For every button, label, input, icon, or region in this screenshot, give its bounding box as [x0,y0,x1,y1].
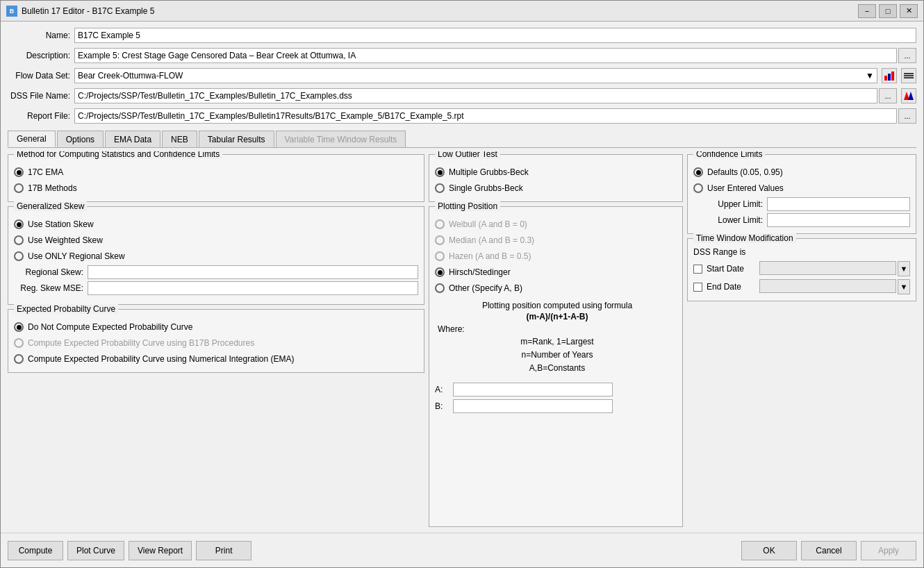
start-date-group: ▼ [759,261,910,276]
description-row: Description: ... [8,47,916,64]
plot-curve-button[interactable]: Plot Curve [67,541,124,560]
svg-rect-0 [884,76,887,81]
expected-probability-group: Expected Probabilty Curve Do Not Compute… [8,309,424,373]
b-field-row: B: [435,399,677,413]
bottom-bar: Compute Plot Curve View Report Print OK … [1,533,923,567]
radio-compute-numerical-row: Compute Expected Probability Curve using… [14,352,418,366]
tab-variable-time-window: Variable Time Window Results [276,131,406,147]
name-input[interactable] [74,28,916,43]
radio-use-station-skew[interactable] [14,219,24,229]
end-date-checkbox[interactable] [693,283,702,292]
radio-hirsch-stedinger-row: Hirsch/Stedinger [435,265,677,279]
dss-file-input[interactable] [74,88,877,103]
report-file-row: Report File: ... [8,108,916,124]
window-controls: − □ ✕ [858,4,918,18]
time-window-content: DSS Range is Start Date ▼ End Date [693,243,910,294]
radio-user-entered-row: User Entered Values [693,181,910,195]
radio-use-station-skew-label: Use Station Skew [28,219,94,229]
radio-other[interactable] [435,283,445,293]
dss-file-group: ... [74,88,897,103]
radio-17c-ema[interactable] [14,167,24,177]
radio-17c-ema-row: 17C EMA [14,165,418,179]
radio-use-weighted-skew[interactable] [14,235,24,245]
regional-skew-input[interactable] [88,265,418,279]
plotting-position-content: Weibull (A and B = 0) Median (A and B = … [435,211,677,413]
maximize-button[interactable]: □ [879,4,897,18]
compute-button[interactable]: Compute [8,541,63,560]
radio-single-grubbs-beck[interactable] [435,183,445,193]
app-icon: B [6,6,17,17]
radio-defaults-label: Defaults (0.05, 0.95) [707,167,783,177]
radio-weibull [435,219,445,229]
radio-hirsch-stedinger[interactable] [435,267,445,277]
start-date-input[interactable] [759,261,896,275]
lower-limit-input[interactable] [767,213,910,227]
radio-median [435,235,445,245]
method-group: Method for Computing Statistics and Conf… [8,154,424,202]
flow-data-set-select[interactable]: Bear Creek-Ottumwa-FLOW ▼ [74,68,877,83]
flow-chart-icon[interactable] [882,68,897,83]
radio-use-only-regional-skew-row: Use ONLY Regional Skew [14,249,418,263]
dss-file-browse-button[interactable]: ... [879,88,897,103]
report-file-input[interactable] [74,108,897,124]
cancel-button[interactable]: Cancel [801,541,857,560]
description-browse-button[interactable]: ... [898,48,916,63]
main-window: B Bulletin 17 Editor - B17C Example 5 − … [0,0,924,568]
reg-skew-mse-label: Reg. Skew MSE: [14,283,83,293]
plotting-position-group: Plotting Position Weibull (A and B = 0) … [429,206,683,527]
name-label: Name: [8,31,70,40]
radio-multiple-grubbs-beck-row: Multiple Grubbs-Beck [435,165,677,179]
a-input[interactable] [453,383,613,396]
tab-ema-data[interactable]: EMA Data [105,131,160,147]
upper-limit-input[interactable] [767,197,910,211]
radio-multiple-grubbs-beck[interactable] [435,167,445,177]
radio-compute-b17b-label: Compute Expected Probability Curve using… [28,338,254,348]
description-label: Description: [8,51,70,60]
formula-section: Plotting position computed using formula… [435,301,677,376]
radio-multiple-grubbs-beck-label: Multiple Grubbs-Beck [449,167,529,177]
time-window-group: Time Window Modification DSS Range is St… [687,238,916,301]
radio-17b-methods[interactable] [14,183,24,193]
b-input[interactable] [453,399,613,413]
end-date-input[interactable] [759,279,896,293]
end-date-picker-button[interactable]: ▼ [898,279,910,294]
radio-defaults[interactable] [693,167,703,177]
radio-use-only-regional-skew[interactable] [14,251,24,261]
radio-do-not-compute[interactable] [14,322,24,332]
radio-compute-numerical[interactable] [14,354,24,364]
radio-weibull-row: Weibull (A and B = 0) [435,217,677,231]
minimize-button[interactable]: − [858,4,876,18]
svg-rect-1 [888,74,891,81]
tab-options[interactable]: Options [57,131,104,147]
confidence-limits-content: Defaults (0.05, 0.95) User Entered Value… [693,159,910,227]
radio-hirsch-stedinger-label: Hirsch/Stedinger [449,267,511,277]
apply-button[interactable]: Apply [861,541,916,560]
reg-skew-mse-input[interactable] [88,281,418,295]
description-group: ... [74,48,916,63]
flow-menu-icon[interactable] [901,68,916,83]
dss-icon[interactable] [901,88,916,103]
start-date-row: Start Date ▼ [693,261,910,276]
radio-user-entered[interactable] [693,183,703,193]
formula-line-2: n=Number of Years [438,349,677,362]
content-area: Name: Description: ... Flow Data Set: Be… [1,22,923,533]
report-file-label: Report File: [8,111,70,121]
report-file-group: ... [74,108,916,124]
tab-general[interactable]: General [8,131,56,147]
start-date-checkbox[interactable] [693,265,702,274]
report-file-browse-button[interactable]: ... [898,108,916,124]
print-button[interactable]: Print [196,541,251,560]
ok-button[interactable]: OK [741,541,797,560]
start-date-picker-button[interactable]: ▼ [898,261,910,276]
radio-compute-b17b-row: Compute Expected Probability Curve using… [14,336,418,350]
dss-file-label: DSS File Name: [8,91,70,101]
window-title: Bulletin 17 Editor - B17C Example 5 [22,6,858,16]
end-date-label: End Date [707,282,755,292]
close-button[interactable]: ✕ [900,4,918,18]
description-input[interactable] [74,48,897,63]
expected-probability-content: Do Not Compute Expected Probability Curv… [14,314,418,366]
tab-neb[interactable]: NEB [162,131,197,147]
tab-tabular-results[interactable]: Tabular Results [199,131,274,147]
view-report-button[interactable]: View Report [129,541,192,560]
formula-value: (m-A)/(n+1-A-B) [438,312,677,321]
